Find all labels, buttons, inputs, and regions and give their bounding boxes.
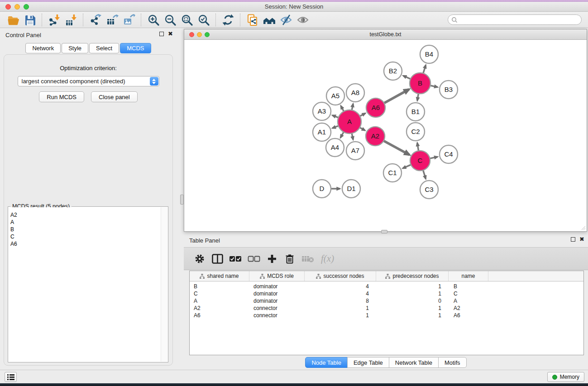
- close-panel-button[interactable]: Close panel: [91, 91, 138, 102]
- float-table-panel-icon[interactable]: [571, 237, 575, 242]
- toolbar-separator: [215, 14, 216, 26]
- close-table-panel-icon[interactable]: ✖: [579, 237, 584, 242]
- table-cell[interactable]: A2: [449, 305, 488, 311]
- refresh-icon[interactable]: [220, 13, 235, 27]
- mcds-list-scrollbar[interactable]: [161, 207, 167, 362]
- task-history-button[interactable]: [5, 372, 17, 382]
- table-cell[interactable]: A6: [190, 312, 249, 319]
- export-network-icon[interactable]: [88, 13, 103, 27]
- table-cell[interactable]: 0: [376, 298, 449, 304]
- column-visibility-icon[interactable]: [211, 253, 223, 265]
- function-builder-icon[interactable]: f(x): [321, 253, 334, 265]
- save-session-icon[interactable]: [22, 13, 37, 27]
- tab-motifs[interactable]: Motifs: [438, 357, 467, 368]
- table-cell[interactable]: C: [190, 291, 249, 297]
- column-header[interactable]: MCDS role: [249, 271, 305, 281]
- criterion-dropdown[interactable]: largest connected component (directed): [18, 76, 159, 86]
- delete-row-icon[interactable]: [284, 253, 296, 265]
- graph-edge[interactable]: [403, 164, 412, 168]
- show-all-icon[interactable]: [295, 13, 310, 27]
- graph-edge[interactable]: [383, 140, 410, 155]
- graph-node-label: A4: [331, 143, 339, 151]
- close-panel-icon[interactable]: ✖: [168, 32, 173, 36]
- graph-edge[interactable]: [423, 169, 426, 179]
- table-cell[interactable]: 8: [305, 298, 376, 304]
- table-cell[interactable]: 1: [305, 305, 376, 311]
- graph-edge[interactable]: [383, 90, 409, 104]
- resize-grip-icon[interactable]: [581, 225, 586, 230]
- table-cell[interactable]: C: [449, 291, 488, 297]
- add-row-icon[interactable]: [266, 253, 278, 265]
- zoom-out-icon[interactable]: [163, 13, 177, 27]
- table-cell[interactable]: A6: [449, 312, 488, 319]
- table-cell[interactable]: 4: [305, 283, 376, 290]
- tab-node-table[interactable]: Node Table: [305, 357, 348, 368]
- export-image-icon[interactable]: [121, 13, 136, 27]
- deselect-all-icon[interactable]: [248, 253, 260, 265]
- tab-edge-table[interactable]: Edge Table: [347, 357, 389, 368]
- table-header-row: shared nameMCDS rolesuccessor nodesprede…: [190, 271, 583, 281]
- zoom-selected-icon[interactable]: [196, 13, 211, 27]
- network-graph[interactable]: AA1A2A3A4A5A6A7A8BB1B2B3B4CC1C2C3C4DD1: [184, 40, 587, 231]
- export-table-icon[interactable]: [105, 13, 120, 27]
- tab-network-table[interactable]: Network Table: [389, 357, 439, 368]
- run-mcds-button[interactable]: Run MCDS: [39, 91, 84, 102]
- table-cell[interactable]: 1: [376, 283, 449, 290]
- tab-network[interactable]: Network: [25, 43, 61, 53]
- table-row[interactable]: A2connector11A2: [190, 305, 583, 312]
- table-settings-icon[interactable]: [194, 253, 206, 265]
- table-cell[interactable]: A2: [190, 305, 249, 311]
- table-cell[interactable]: B: [190, 283, 249, 290]
- table-cell[interactable]: connector: [249, 312, 305, 319]
- tab-mcds[interactable]: MCDS: [120, 43, 151, 53]
- table-row[interactable]: Adominator80A: [190, 297, 583, 305]
- table-cell[interactable]: B: [449, 283, 488, 290]
- search-box[interactable]: [448, 14, 582, 25]
- first-neighbors-icon[interactable]: [262, 13, 277, 27]
- table-cell[interactable]: dominator: [249, 298, 305, 304]
- column-header[interactable]: predecessor nodes: [376, 271, 449, 281]
- splitter-handle-horizontal[interactable]: [381, 230, 387, 234]
- open-session-icon[interactable]: [5, 13, 20, 27]
- table-cell[interactable]: dominator: [249, 291, 305, 297]
- table-row[interactable]: Bdominator41B: [190, 283, 583, 290]
- graph-node-label: C1: [388, 169, 397, 176]
- duplicate-network-icon[interactable]: [245, 13, 260, 27]
- mcds-result-item[interactable]: C: [9, 233, 161, 240]
- table-cell[interactable]: A: [449, 298, 488, 304]
- table-cell[interactable]: 1: [376, 312, 449, 319]
- graph-node-label: A2: [371, 132, 379, 140]
- splitter-handle-vertical[interactable]: [180, 195, 184, 205]
- table-cell[interactable]: 1: [376, 291, 449, 297]
- mcds-result-item[interactable]: A: [9, 219, 161, 226]
- hide-selected-icon[interactable]: [278, 13, 293, 27]
- column-header[interactable]: successor nodes: [305, 271, 376, 281]
- column-header-filler: [488, 271, 583, 281]
- mcds-result-item[interactable]: B: [9, 226, 161, 233]
- tab-style[interactable]: Style: [62, 43, 88, 53]
- search-input[interactable]: [460, 16, 578, 24]
- table-row[interactable]: A6connector11A6: [190, 312, 583, 319]
- column-header[interactable]: shared name: [190, 271, 249, 281]
- memory-button[interactable]: Memory: [547, 372, 584, 382]
- tab-select[interactable]: Select: [89, 43, 119, 53]
- mcds-result-item[interactable]: A6: [9, 240, 161, 248]
- network-canvas[interactable]: AA1A2A3A4A5A6A7A8BB1B2B3B4CC1C2C3C4DD1: [184, 40, 587, 231]
- table-cell[interactable]: A: [190, 298, 249, 304]
- table-cell[interactable]: connector: [249, 305, 305, 311]
- mcds-result-item[interactable]: A2: [9, 211, 161, 219]
- import-network-icon[interactable]: [47, 13, 62, 27]
- zoom-in-icon[interactable]: [146, 13, 161, 27]
- mcds-result-list[interactable]: A2ABCA6: [9, 207, 161, 362]
- table-cell[interactable]: 1: [376, 305, 449, 311]
- select-all-icon[interactable]: [229, 253, 242, 265]
- zoom-fit-icon[interactable]: [179, 13, 194, 27]
- table-cell[interactable]: 1: [305, 312, 376, 319]
- column-header[interactable]: name: [449, 271, 488, 281]
- import-table-icon[interactable]: [63, 13, 78, 27]
- delete-table-icon[interactable]: [301, 253, 314, 265]
- table-cell[interactable]: dominator: [249, 283, 305, 290]
- float-panel-icon[interactable]: [159, 32, 164, 36]
- table-row[interactable]: Cdominator41C: [190, 290, 583, 297]
- table-cell[interactable]: 4: [305, 291, 376, 297]
